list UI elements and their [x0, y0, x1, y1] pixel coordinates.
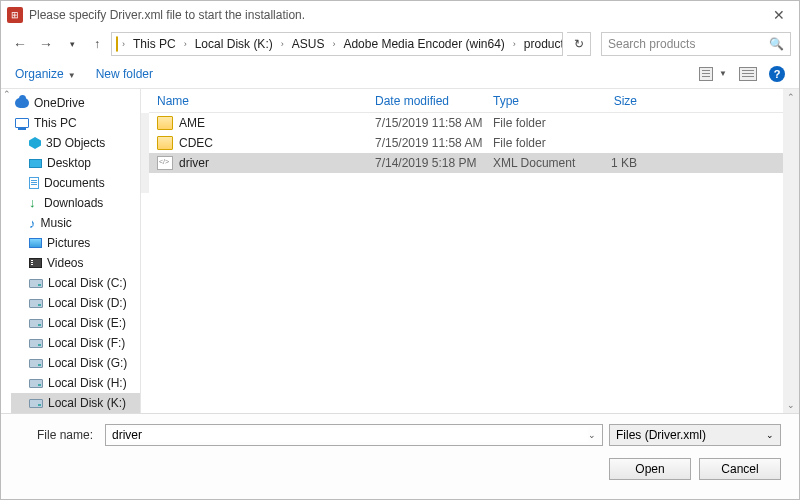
app-icon: ⊞: [7, 7, 23, 23]
chevron-right-icon: ›: [511, 39, 518, 49]
column-type[interactable]: Type: [485, 94, 583, 108]
new-folder-button[interactable]: New folder: [96, 67, 153, 81]
tree-item-local-disk-h-[interactable]: Local Disk (H:): [11, 373, 140, 393]
organize-menu[interactable]: Organize▼: [15, 67, 76, 81]
tree-item-onedrive[interactable]: OneDrive: [11, 93, 140, 113]
tree-item-label: Downloads: [44, 196, 103, 210]
chevron-right-icon: ›: [330, 39, 337, 49]
toolbar: Organize▼ New folder ▼ ?: [1, 59, 799, 89]
search-input[interactable]: Search products 🔍: [601, 32, 791, 56]
breadcrumb-item[interactable]: Local Disk (K:): [191, 37, 277, 51]
chevron-down-icon[interactable]: ⌄: [588, 430, 596, 440]
filename-input[interactable]: ⌄: [105, 424, 603, 446]
tree-item-local-disk-k-[interactable]: Local Disk (K:): [11, 393, 140, 413]
tree-item-label: Documents: [44, 176, 105, 190]
tree-item-music[interactable]: ♪Music: [11, 213, 140, 233]
tree-item-3d-objects[interactable]: 3D Objects: [11, 133, 140, 153]
folder-icon: [157, 116, 173, 130]
nav-tree: ⌃ OneDriveThis PC3D ObjectsDesktopDocume…: [1, 89, 141, 415]
tree-item-videos[interactable]: Videos: [11, 253, 140, 273]
tree-item-label: Local Disk (C:): [48, 276, 127, 290]
file-type-filter[interactable]: Files (Driver.xml) ⌄: [609, 424, 781, 446]
search-icon: 🔍: [769, 37, 784, 51]
file-row[interactable]: driver7/14/2019 5:18 PMXML Document1 KB: [149, 153, 799, 173]
breadcrumb-item[interactable]: This PC: [129, 37, 180, 51]
filename-label: File name:: [19, 428, 99, 442]
tree-item-this-pc[interactable]: This PC: [11, 113, 140, 133]
nav-row: ← → ▾ ↑ › This PC › Local Disk (K:) › AS…: [1, 29, 799, 59]
breadcrumb-item[interactable]: ASUS: [288, 37, 329, 51]
filename-field[interactable]: [112, 428, 588, 442]
tree-item-local-disk-c-[interactable]: Local Disk (C:): [11, 273, 140, 293]
tree-item-label: Local Disk (E:): [48, 316, 126, 330]
tree-item-label: Local Disk (K:): [48, 396, 126, 410]
tree-item-label: Local Disk (G:): [48, 356, 127, 370]
scroll-up-icon[interactable]: ⌃: [783, 89, 799, 105]
breadcrumb-item[interactable]: Adobe Media Encoder (win64): [339, 37, 508, 51]
column-size[interactable]: Size: [583, 94, 653, 108]
chevron-up-icon[interactable]: ⌃: [1, 89, 13, 99]
tree-item-documents[interactable]: Documents: [11, 173, 140, 193]
preview-pane-button[interactable]: [739, 67, 757, 81]
dialog-footer: File name: ⌄ Files (Driver.xml) ⌄ Open C…: [1, 413, 799, 499]
column-date[interactable]: Date modified: [367, 94, 485, 108]
tree-scrollbar[interactable]: [141, 113, 149, 193]
search-placeholder: Search products: [608, 37, 695, 51]
tree-item-label: This PC: [34, 116, 77, 130]
tree-item-label: Music: [41, 216, 72, 230]
tree-item-label: Local Disk (H:): [48, 376, 127, 390]
tree-item-downloads[interactable]: Downloads: [11, 193, 140, 213]
breadcrumb-item[interactable]: products: [520, 37, 563, 51]
title-bar: ⊞ Please specify Driver.xml file to star…: [1, 1, 799, 29]
column-name[interactable]: Name: [149, 94, 367, 108]
chevron-right-icon: ›: [279, 39, 286, 49]
folder-icon: [116, 36, 118, 52]
scroll-down-icon[interactable]: ⌄: [783, 397, 799, 413]
window-title: Please specify Driver.xml file to start …: [29, 8, 765, 22]
help-icon[interactable]: ?: [769, 66, 785, 82]
tree-item-pictures[interactable]: Pictures: [11, 233, 140, 253]
up-button[interactable]: ↑: [87, 37, 107, 51]
refresh-button[interactable]: ↻: [567, 32, 591, 56]
forward-button[interactable]: →: [35, 36, 57, 52]
file-list: Name Date modified Type Size AME7/15/201…: [149, 89, 799, 415]
tree-item-local-disk-f-[interactable]: Local Disk (F:): [11, 333, 140, 353]
chevron-right-icon: ›: [120, 39, 127, 49]
open-button[interactable]: Open: [609, 458, 691, 480]
recent-dropdown[interactable]: ▾: [61, 39, 83, 49]
chevron-right-icon: ›: [182, 39, 189, 49]
file-row[interactable]: CDEC7/15/2019 11:58 AMFile folder: [149, 133, 799, 153]
tree-item-local-disk-d-[interactable]: Local Disk (D:): [11, 293, 140, 313]
tree-item-label: Local Disk (F:): [48, 336, 125, 350]
tree-item-label: Desktop: [47, 156, 91, 170]
tree-item-local-disk-e-[interactable]: Local Disk (E:): [11, 313, 140, 333]
tree-item-local-disk-g-[interactable]: Local Disk (G:): [11, 353, 140, 373]
tree-item-desktop[interactable]: Desktop: [11, 153, 140, 173]
tree-item-label: Pictures: [47, 236, 90, 250]
address-bar[interactable]: › This PC › Local Disk (K:) › ASUS › Ado…: [111, 32, 563, 56]
view-options-button[interactable]: ▼: [699, 67, 727, 81]
column-headers: Name Date modified Type Size: [149, 89, 799, 113]
tree-item-label: Local Disk (D:): [48, 296, 127, 310]
file-row[interactable]: AME7/15/2019 11:58 AMFile folder: [149, 113, 799, 133]
vertical-scrollbar[interactable]: ⌃ ⌄: [783, 89, 799, 413]
xml-file-icon: [157, 156, 173, 170]
cancel-button[interactable]: Cancel: [699, 458, 781, 480]
back-button[interactable]: ←: [9, 36, 31, 52]
chevron-down-icon: ⌄: [766, 430, 774, 440]
tree-item-label: 3D Objects: [46, 136, 105, 150]
close-icon[interactable]: ✕: [765, 7, 793, 23]
folder-icon: [157, 136, 173, 150]
tree-item-label: Videos: [47, 256, 83, 270]
tree-item-label: OneDrive: [34, 96, 85, 110]
